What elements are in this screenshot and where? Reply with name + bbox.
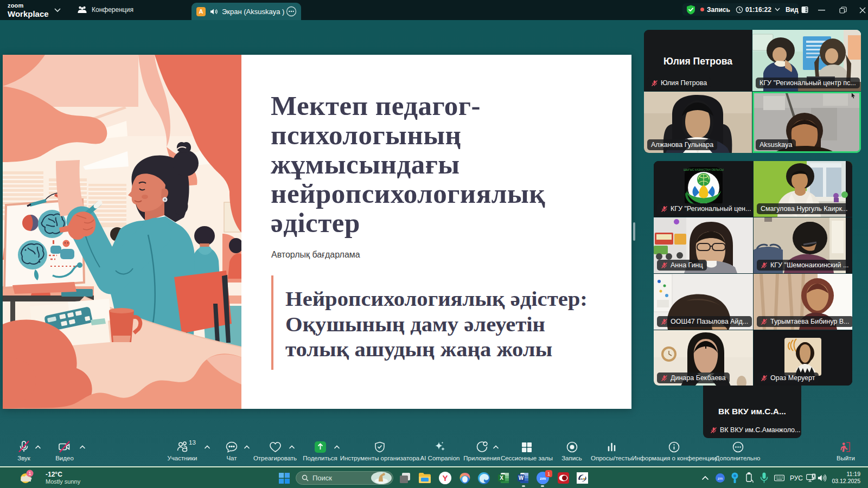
svg-text:zm: zm bbox=[718, 477, 723, 480]
svg-text:Faver: Faver bbox=[578, 477, 586, 480]
svg-text:X: X bbox=[500, 475, 503, 481]
svg-text:1: 1 bbox=[28, 471, 31, 476]
svg-text:1: 1 bbox=[547, 471, 550, 477]
svg-text:Y: Y bbox=[442, 473, 448, 483]
svg-text:W: W bbox=[519, 475, 524, 481]
svg-text:ШЫГЫС КАЗАКСТАН ОБЛЫСЫ: ШЫГЫС КАЗАКСТАН ОБЛЫСЫ bbox=[684, 168, 724, 171]
